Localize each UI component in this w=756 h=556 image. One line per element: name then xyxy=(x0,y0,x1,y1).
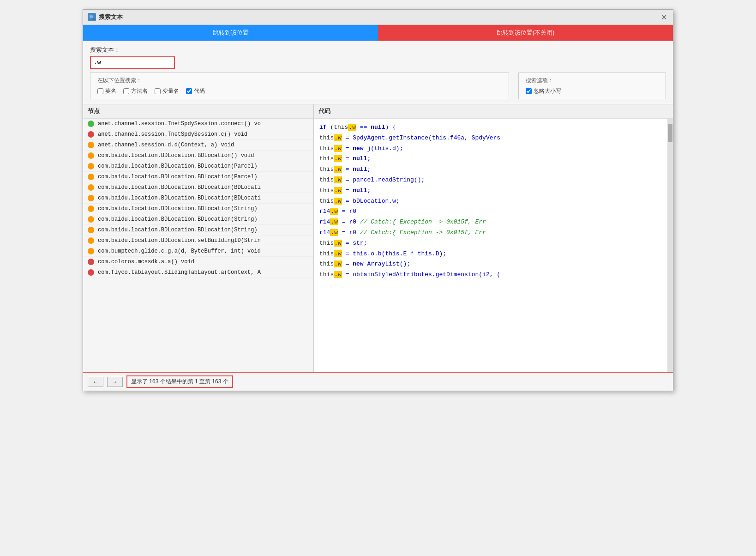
status-text: 显示了 163 个结果中的第 1 至第 163 个 xyxy=(126,375,233,388)
scrollbar-thumb[interactable] xyxy=(668,124,672,142)
prev-button[interactable]: ← xyxy=(88,377,103,387)
list-item[interactable]: com.baidu.location.BDLocation.BDLocation… xyxy=(83,172,313,182)
list-item[interactable]: com.baidu.location.BDLocation.BDLocation… xyxy=(83,151,313,161)
right-panel-header: 代码 xyxy=(314,104,673,119)
var-name-label: 变量名 xyxy=(162,87,179,95)
ignore-case-label: 忽略大小写 xyxy=(534,87,561,95)
search-options-box: 搜索选项： 忽略大小写 xyxy=(518,73,666,99)
code-label: 代码 xyxy=(194,87,205,95)
code-line: r14.w = r0 // Catch:{ Exception -> 0x015… xyxy=(319,217,662,228)
node-list[interactable]: anet.channel.session.TnetSpdySession.con… xyxy=(83,119,313,372)
list-item-icon xyxy=(88,163,94,169)
list-item-icon xyxy=(88,259,94,265)
search-label: 搜索文本： xyxy=(90,46,666,54)
list-item-text: com.flyco.tablayout.SlidingTabLayout.a(C… xyxy=(98,269,261,276)
code-checkbox[interactable] xyxy=(186,88,192,94)
list-item[interactable]: com.coloros.mcssdk.a.a() void xyxy=(83,257,313,267)
jump-no-close-button[interactable]: 跳转到该位置(不关闭) xyxy=(378,25,673,41)
scrollbar[interactable] xyxy=(667,119,673,372)
code-line: this.w = SpdyAgent.getInstance(this.f46a… xyxy=(319,133,662,144)
code-line: if (this.w == null) { xyxy=(319,122,662,133)
class-name-checkbox[interactable] xyxy=(97,88,103,94)
list-item-text: com.baidu.location.BDLocation.BDLocation… xyxy=(98,227,258,233)
list-item[interactable]: com.bumptech.glide.c.g.a(d, ByteBuffer, … xyxy=(83,246,313,257)
dialog-title: 搜索文本 xyxy=(99,13,123,21)
title-bar: 🔍 搜索文本 ✕ xyxy=(83,10,673,25)
ignore-case-checkbox[interactable] xyxy=(526,88,532,94)
code-line: this.w = null; xyxy=(319,186,662,196)
options-label: 搜索选项： xyxy=(526,77,659,85)
checkbox-code[interactable]: 代码 xyxy=(186,87,205,95)
list-item-text: com.baidu.location.BDLocation.BDLocation… xyxy=(98,195,261,201)
code-line: this.w = bDLocation.w; xyxy=(319,196,662,207)
search-input-wrapper xyxy=(90,56,175,69)
list-item[interactable]: anet.channel.session.TnetSpdySession.c()… xyxy=(83,129,313,140)
method-name-checkbox[interactable] xyxy=(123,88,129,94)
search-section: 搜索文本： 在以下位置搜索： 英名 方法名 xyxy=(83,41,673,104)
list-item[interactable]: anet.channel.session.TnetSpdySession.con… xyxy=(83,119,313,129)
search-dialog: 🔍 搜索文本 ✕ 跳转到该位置 跳转到该位置(不关闭) 搜索文本： 在以下位置搜… xyxy=(83,9,673,391)
list-item-icon xyxy=(88,152,94,159)
where-label: 在以下位置搜索： xyxy=(97,77,502,85)
code-area[interactable]: if (this.w == null) {this.w = SpdyAgent.… xyxy=(314,119,667,372)
list-item[interactable]: com.baidu.location.BDLocation.setBuildin… xyxy=(83,236,313,246)
list-item-icon xyxy=(88,216,94,223)
checkbox-ignore-case[interactable]: 忽略大小写 xyxy=(526,87,561,95)
next-button[interactable]: → xyxy=(107,377,123,387)
code-line: this.w = this.o.b(this.E * this.D); xyxy=(319,249,662,260)
checkbox-method-name[interactable]: 方法名 xyxy=(123,87,148,95)
checkbox-class-name[interactable]: 英名 xyxy=(97,87,116,95)
list-item[interactable]: com.baidu.location.BDLocation.BDLocation… xyxy=(83,161,313,172)
code-line: r14.w = r0 xyxy=(319,206,662,217)
list-item[interactable]: com.baidu.location.BDLocation.BDLocation… xyxy=(83,182,313,193)
list-item-icon xyxy=(88,227,94,233)
list-item-text: com.coloros.mcssdk.a.a() void xyxy=(98,259,194,265)
code-line: this.w = new j(this.d); xyxy=(319,144,662,154)
list-item-icon xyxy=(88,131,94,138)
main-area: 节点 anet.channel.session.TnetSpdySession.… xyxy=(83,104,673,372)
left-panel: 节点 anet.channel.session.TnetSpdySession.… xyxy=(83,104,314,372)
list-item[interactable]: com.baidu.location.BDLocation.BDLocation… xyxy=(83,193,313,204)
list-item-text: com.bumptech.glide.c.g.a(d, ByteBuffer, … xyxy=(98,248,261,254)
list-item-icon xyxy=(88,174,94,180)
list-item-icon xyxy=(88,237,94,244)
method-name-label: 方法名 xyxy=(131,87,148,95)
list-item[interactable]: com.flyco.tablayout.SlidingTabLayout.a(C… xyxy=(83,267,313,278)
right-panel-inner: if (this.w == null) {this.w = SpdyAgent.… xyxy=(314,119,673,372)
list-item-text: com.baidu.location.BDLocation.setBuildin… xyxy=(98,237,261,244)
list-item-icon xyxy=(88,269,94,276)
code-line: this.w = null; xyxy=(319,164,662,175)
class-name-label: 英名 xyxy=(105,87,116,95)
checkbox-var-name[interactable]: 变量名 xyxy=(155,87,179,95)
list-item[interactable]: com.baidu.location.BDLocation.BDLocation… xyxy=(83,204,313,214)
search-options-row: 在以下位置搜索： 英名 方法名 变量名 xyxy=(90,73,666,99)
where-to-search-box: 在以下位置搜索： 英名 方法名 变量名 xyxy=(90,73,509,99)
code-line: this.w = obtainStyledAttributes.getDimen… xyxy=(319,270,662,280)
list-item-text: anet.channel.session.TnetSpdySession.c()… xyxy=(98,131,247,138)
list-item-text: anet.channel.session.d.d(Context, a) voi… xyxy=(98,142,234,148)
var-name-checkbox[interactable] xyxy=(155,88,161,94)
title-bar-left: 🔍 搜索文本 xyxy=(88,13,123,21)
list-item-icon xyxy=(88,205,94,212)
code-line: this.w = parcel.readString(); xyxy=(319,175,662,186)
list-item-icon xyxy=(88,121,94,127)
bottom-bar: ← → 显示了 163 个结果中的第 1 至第 163 个 xyxy=(83,372,673,391)
code-line: r14.w = r0 // Catch:{ Exception -> 0x015… xyxy=(319,228,662,238)
jump-to-location-button[interactable]: 跳转到该位置 xyxy=(83,25,378,41)
list-item[interactable]: anet.channel.session.d.d(Context, a) voi… xyxy=(83,140,313,151)
list-item-text: com.baidu.location.BDLocation.BDLocation… xyxy=(98,216,258,223)
list-item[interactable]: com.baidu.location.BDLocation.BDLocation… xyxy=(83,214,313,225)
list-item[interactable]: com.baidu.location.BDLocation.BDLocation… xyxy=(83,225,313,236)
right-panel: 代码 if (this.w == null) {this.w = SpdyAge… xyxy=(314,104,673,372)
list-item-text: com.baidu.location.BDLocation.BDLocation… xyxy=(98,152,254,159)
code-line: this.w = null; xyxy=(319,154,662,164)
close-button[interactable]: ✕ xyxy=(659,12,668,22)
left-panel-header: 节点 xyxy=(83,104,313,119)
search-input[interactable] xyxy=(91,57,174,68)
code-line: this.w = str; xyxy=(319,238,662,249)
list-item-text: com.baidu.location.BDLocation.BDLocation… xyxy=(98,163,258,169)
list-item-icon xyxy=(88,248,94,254)
search-dialog-icon: 🔍 xyxy=(88,13,96,21)
list-item-text: com.baidu.location.BDLocation.BDLocation… xyxy=(98,205,258,212)
list-item-text: com.baidu.location.BDLocation.BDLocation… xyxy=(98,174,258,180)
